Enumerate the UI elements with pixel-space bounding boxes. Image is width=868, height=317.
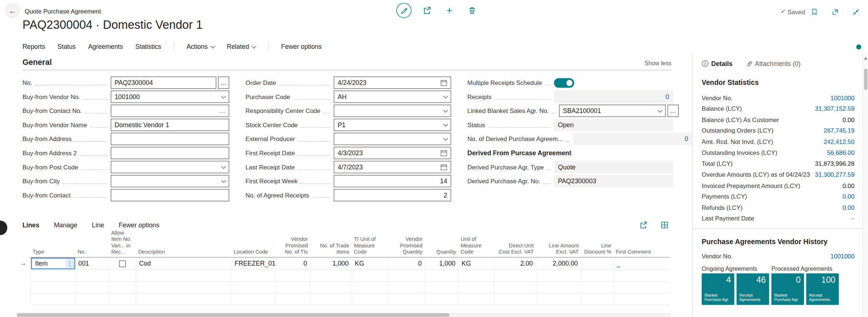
table-cell[interactable] [388, 281, 425, 293]
table-cell[interactable] [581, 281, 614, 293]
share-button[interactable] [420, 4, 434, 17]
buy-from-contact-no-input[interactable]: … [111, 105, 229, 117]
table-cell[interactable] [352, 270, 388, 281]
table-cell-vendor-promised-tis[interactable]: 0 [275, 257, 310, 270]
buy-from-vendor-name-input[interactable]: Domestic Vendor 1 [111, 119, 229, 131]
col-vendor-promised-no-of-tis[interactable]: Vendor Promised No. of TIs [275, 228, 310, 257]
col-type[interactable]: Type [30, 228, 75, 257]
menu-status[interactable]: Status [58, 43, 76, 50]
buy-from-contact-input[interactable] [111, 189, 229, 201]
back-button[interactable]: ← [5, 3, 20, 18]
table-cell[interactable] [231, 293, 275, 305]
table-cell[interactable] [109, 270, 136, 281]
tab-line[interactable]: Line [92, 222, 104, 228]
col-direct-unit-cost[interactable]: Direct Unit Cost Excl. VAT [494, 228, 536, 257]
table-cell[interactable] [30, 270, 75, 281]
table-cell[interactable] [581, 293, 614, 305]
edit-button[interactable] [396, 3, 411, 18]
purchaser-code-combo[interactable]: AH [334, 91, 451, 103]
buy-from-post-code-combo[interactable] [111, 161, 229, 173]
table-cell[interactable] [494, 293, 536, 305]
buy-from-vendor-no-combo[interactable]: 1001000 [111, 91, 229, 103]
agreed-receipts-input[interactable]: 2 [334, 189, 451, 201]
table-cell[interactable] [109, 281, 136, 293]
table-cell[interactable] [109, 293, 136, 305]
table-cell-type[interactable]: Item ⋮ [30, 257, 75, 270]
col-ti-unit-of-measure[interactable]: TI Unit of Measure Code [352, 228, 388, 257]
col-description[interactable]: Description [136, 228, 231, 257]
table-cell[interactable] [459, 281, 495, 293]
table-cell-vendor-promised-qty[interactable]: 0 [388, 257, 425, 270]
info-indicator-icon[interactable] [856, 44, 861, 49]
table-cell[interactable] [536, 293, 581, 305]
tab-attachments[interactable]: Attachments (0) [746, 60, 801, 67]
delete-button[interactable] [465, 4, 479, 17]
table-cell[interactable] [581, 270, 614, 281]
table-cell[interactable] [136, 270, 231, 281]
last-receipt-date-input[interactable]: 4/7/2023 [334, 161, 451, 173]
table-cell[interactable] [310, 270, 352, 281]
table-cell-quantity[interactable]: 1,000 [425, 257, 459, 270]
menu-statistics[interactable]: Statistics [135, 43, 161, 50]
breadcrumb[interactable]: Quote Purchase Agreement [25, 8, 101, 15]
col-allow-item-variance[interactable]: Allow Item No. Vari... in Rec... [109, 228, 136, 257]
table-cell[interactable] [231, 270, 275, 281]
table-cell[interactable] [614, 270, 670, 281]
tab-details[interactable]: ⓘDetails [702, 59, 732, 68]
first-receipt-week-input[interactable]: 14 [334, 175, 451, 187]
table-cell[interactable] [388, 293, 425, 305]
tab-lines[interactable]: Lines [23, 222, 39, 228]
table-cell[interactable] [536, 281, 581, 293]
table-cell-no[interactable]: 001 [75, 257, 109, 270]
table-cell[interactable] [352, 281, 388, 293]
col-unit-of-measure[interactable]: Unit of Measure Code [459, 228, 495, 257]
buy-from-address-input[interactable] [111, 133, 229, 145]
collapse-button[interactable] [849, 5, 863, 19]
col-no[interactable]: No. [75, 228, 109, 257]
table-cell[interactable] [425, 293, 459, 305]
table-cell-line-discount[interactable] [581, 257, 614, 270]
table-cell[interactable] [310, 281, 352, 293]
bookmark-button[interactable] [807, 5, 821, 19]
table-cell[interactable] [352, 293, 388, 305]
assist-ellipsis-button[interactable]: … [218, 77, 229, 89]
horizontal-scrollbar[interactable] [16, 313, 671, 317]
table-cell[interactable] [275, 293, 310, 305]
order-date-input[interactable]: 4/24/2023 [334, 77, 451, 89]
vertical-scrollbar[interactable] [863, 53, 868, 317]
table-cell-description[interactable]: Cod [136, 257, 231, 270]
stock-center-code-combo[interactable]: P1 [334, 119, 451, 131]
col-vendor-promised-quantity[interactable]: Vendor Promised Quantity [388, 228, 425, 257]
table-cell[interactable] [425, 281, 459, 293]
table-cell[interactable] [136, 293, 231, 305]
show-less-link[interactable]: Show less [645, 60, 671, 67]
col-quantity[interactable]: Quantity [425, 228, 459, 257]
table-cell[interactable] [30, 293, 75, 305]
table-cell[interactable] [425, 270, 459, 281]
open-in-new-window-button[interactable] [828, 5, 841, 19]
table-cell[interactable] [459, 270, 495, 281]
cell-menu-icon[interactable]: ⋮ [66, 258, 74, 268]
table-cell[interactable] [310, 293, 352, 305]
col-line-discount[interactable]: Line Discount % [581, 228, 614, 257]
table-cell[interactable] [388, 270, 425, 281]
table-cell[interactable] [75, 281, 109, 293]
table-cell-location[interactable]: FREEZER_01 [231, 257, 275, 270]
side-panel-handle[interactable] [0, 220, 7, 235]
responsibility-center-combo[interactable] [334, 105, 451, 117]
tile-processed-blanket-purchase[interactable]: 0 Blanket Purchase Agr. [772, 273, 804, 305]
tile-ongoing-blanket-purchase[interactable]: 4 Blanket Purchase Agr. [702, 273, 734, 305]
horizontal-scrollbar-thumb[interactable] [17, 313, 449, 317]
table-cell-line-amount[interactable]: 2,000.00 [536, 257, 581, 270]
tab-manage[interactable]: Manage [54, 222, 77, 228]
col-no-of-trade-items[interactable]: No. of Trade Items [310, 228, 352, 257]
menu-actions[interactable]: Actions [186, 43, 214, 50]
menu-agreements[interactable]: Agreements [88, 43, 123, 50]
tile-ongoing-receipt-agreements[interactable]: 46 Receipt Agreements [737, 273, 769, 305]
assist-ellipsis-button[interactable]: … [667, 105, 679, 117]
table-cell-uom[interactable]: KG [459, 257, 495, 270]
table-cell[interactable] [614, 293, 670, 305]
allow-item-variance-checkbox[interactable] [119, 260, 126, 267]
col-first-comment[interactable]: First Comment [614, 228, 670, 257]
tile-processed-receipt-agreements[interactable]: 100 Receipt Agreements [806, 273, 839, 305]
